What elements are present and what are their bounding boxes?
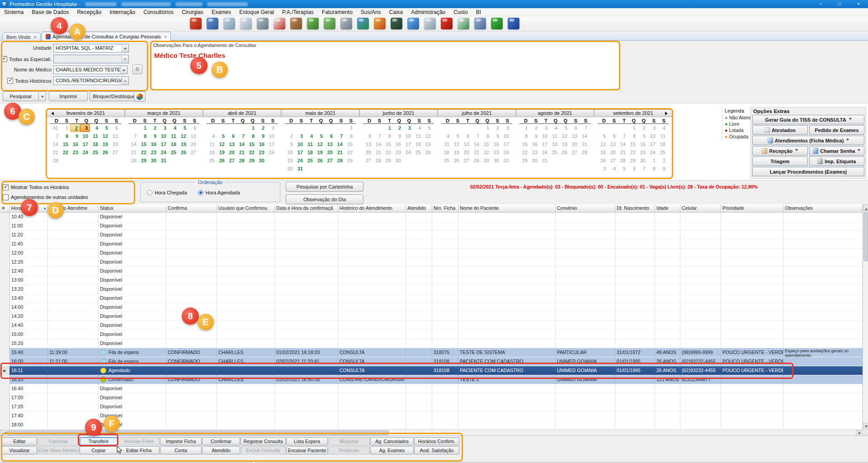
calendar-day[interactable]: 15 [246,140,256,148]
calendar-day[interactable]: 12 [451,140,461,148]
calendar-day[interactable]: 3 [158,124,168,132]
calendar-day[interactable]: 3 [501,124,511,132]
calendar-day[interactable]: 15 [383,140,393,148]
calendar-day[interactable]: 5 [618,165,627,173]
table-row[interactable]: 14:20Disponível [0,312,863,321]
calendar-day[interactable]: 31 [158,156,168,165]
calendar-day[interactable]: 28 [373,156,383,165]
calendar-day[interactable]: 4 [90,124,100,132]
calendar-day[interactable]: 18 [441,148,451,156]
calendar-day[interactable]: 6 [363,132,373,140]
table-row[interactable]: 16:20ConfirmadoCONFIRMADOCHARLLES01/02/2… [0,375,863,384]
copiar-button[interactable]: Copiar [80,446,118,454]
calendar-day[interactable]: 1 [647,156,657,165]
menu-item-consultorios[interactable]: Consultórios [139,8,178,16]
calendar-day[interactable]: 5 [178,124,188,132]
menu-item-recepcao[interactable]: Recepção [73,8,105,16]
calendar-day[interactable]: 8 [383,132,393,140]
calendar-day[interactable]: 19 [100,140,110,148]
maximize-button[interactable]: □ [830,0,849,8]
calendar-day[interactable]: 10 [501,132,511,140]
chevron-down-icon[interactable] [122,77,128,85]
calendar-day[interactable]: 23 [491,148,501,156]
calendar-day[interactable]: 9 [529,132,539,140]
table-row[interactable]: 16:40Disponível [0,384,863,393]
calendar-day[interactable]: 29 [519,156,529,165]
calendar-day[interactable]: 14 [128,140,138,148]
calendar-day[interactable]: 24 [647,148,657,156]
calendar-day[interactable]: 23 [70,148,80,156]
calendar-day[interactable]: 16 [70,140,80,148]
calendar-day[interactable]: 27 [461,156,471,165]
calendar-day[interactable]: 14 [373,140,383,148]
scroll-up-button[interactable] [863,204,868,211]
calendar-day[interactable]: 10 [295,140,305,148]
calendar-day[interactable]: 21 [618,148,627,156]
calendar-day[interactable]: 9 [491,132,501,140]
calendar-next-icon[interactable] [665,112,670,115]
calendar-day[interactable]: 11 [207,140,217,148]
calendar-day[interactable]: 11 [305,140,315,148]
table-row[interactable]: 13:20Disponível [0,285,863,294]
close-button[interactable]: × [849,0,868,8]
hora-agendada-radio[interactable]: Hora Agendada [198,190,240,195]
calendar-day[interactable]: 13 [325,140,335,148]
calendar-day[interactable]: 28 [236,156,246,165]
observacao-dia-button[interactable]: Observação do Dia [286,194,363,204]
calendar-day[interactable]: 12 [315,140,325,148]
calendar-day[interactable]: 27 [188,148,198,156]
calendar-day[interactable]: 30 [637,156,647,165]
calendar-day[interactable]: 17 [647,140,657,148]
calendar-day[interactable]: 24 [539,148,549,156]
calendar-day[interactable]: 28 [471,156,481,165]
calendar-day[interactable]: 22 [60,148,70,156]
calendar-day[interactable]: 18 [657,140,667,148]
table-row[interactable]: 17:00Disponível [0,393,863,402]
calendar-day[interactable]: 3 [295,132,305,140]
calendar-day[interactable]: 23 [637,148,647,156]
extra-atestados-button[interactable]: Atestados [752,125,808,135]
pesquisar-button[interactable]: Pesquisar [3,91,39,101]
calendar-day[interactable]: 9 [285,140,295,148]
calendar-day[interactable]: 5 [423,124,433,132]
tab-agendamento-de-consultas-e-cirurgias-pessoais[interactable]: Agendamento de Consultas e Cirurgias Pes… [42,32,171,41]
todos-historicos-checkbox[interactable] [7,78,13,84]
calendar-day[interactable]: 17 [158,140,168,148]
calendar-day[interactable]: 13 [226,140,236,148]
calendar-day[interactable]: 19 [451,148,461,156]
calendar-day[interactable]: 21 [335,148,344,156]
calendar-day[interactable]: 15 [627,140,637,148]
column-header-prioridade[interactable]: Prioridade [721,204,783,213]
calendar-day[interactable]: 11 [168,132,178,140]
calendar-day[interactable]: 14 [50,140,60,148]
menu-item-faturamento[interactable]: Faturamento [318,8,357,16]
transferir-button[interactable]: Transferir [80,437,118,445]
calendar-day[interactable]: 14 [335,140,344,148]
calendar-day[interactable]: 21 [128,148,138,156]
calendar-day[interactable]: 21 [579,140,589,148]
calendar-day[interactable]: 18 [168,140,178,148]
calendar-day[interactable]: 12 [598,140,608,148]
calendar-day[interactable]: 17 [501,140,511,148]
calendar-day[interactable]: 8 [627,132,637,140]
calendar-day[interactable]: 6 [325,132,335,140]
calendar-day[interactable]: 11 [441,140,451,148]
billing-printer-icon[interactable] [257,18,269,29]
ag-cancelados-button[interactable]: Ag. Cancelados [370,437,414,445]
column-header-atendido[interactable]: Atendido [406,204,432,213]
calendar-prev-icon[interactable] [49,112,54,115]
chat-icon[interactable] [407,18,419,29]
calendar-day[interactable]: 17 [403,140,413,148]
calendar-day[interactable]: 6 [608,132,618,140]
table-row[interactable]: 11:40Disponível [0,240,863,249]
calendar-day[interactable]: 6 [461,132,471,140]
horizontal-scrollbar[interactable] [0,430,863,435]
pesquisar-carteirinha-button[interactable]: Pesquisar por Carteirinha [286,182,363,192]
calendar-day[interactable]: 4 [549,124,559,132]
calendar-day[interactable]: 16 [148,140,158,148]
invoice-icon[interactable] [458,18,469,29]
calendar-day[interactable]: 28 [50,156,60,165]
calendar-day[interactable]: 27 [363,156,373,165]
calendar-day[interactable]: 4 [413,124,423,132]
calendar-day[interactable]: 1 [519,124,529,132]
